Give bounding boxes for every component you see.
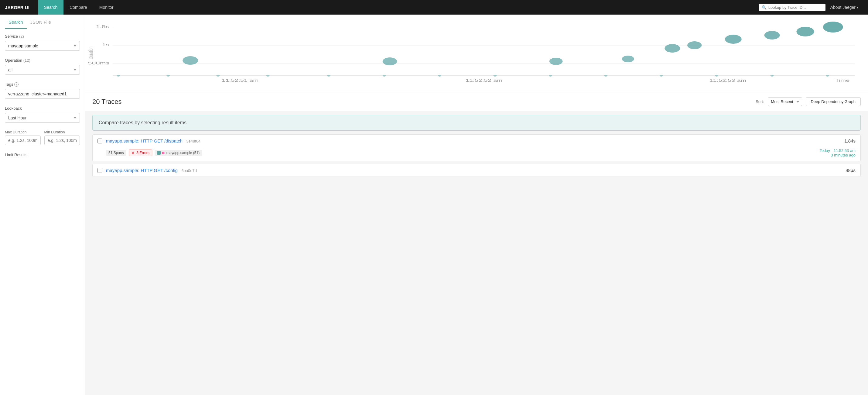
service-select[interactable]: mayapp.sample bbox=[5, 41, 80, 51]
min-duration-col: Min Duration bbox=[44, 130, 80, 145]
trace-id: 3e48f04 bbox=[186, 139, 200, 144]
time-clock: 11:52:53 am bbox=[834, 148, 856, 153]
tags-label: Tags ? bbox=[5, 82, 80, 87]
svg-text:Duration: Duration bbox=[87, 47, 94, 59]
svg-point-26 bbox=[826, 75, 829, 77]
svg-point-17 bbox=[327, 75, 331, 77]
limit-section: Limit Results bbox=[0, 148, 85, 162]
svg-point-32 bbox=[687, 41, 702, 49]
svg-point-36 bbox=[823, 22, 843, 32]
trace-checkbox[interactable] bbox=[97, 168, 102, 173]
svg-point-35 bbox=[796, 27, 814, 36]
lookback-section: Lookback Last Hour bbox=[0, 101, 85, 125]
service-badge: ⊗ mayapp.sample (51) bbox=[155, 150, 202, 156]
results-controls: Sort: Most Recent Deep Dependency Graph bbox=[756, 97, 861, 106]
main-layout: Search JSON File Service (2) mayapp.samp… bbox=[0, 14, 868, 395]
error-icon: ⊗ bbox=[131, 151, 134, 155]
svg-point-14 bbox=[166, 75, 170, 77]
max-duration-label: Max Duration bbox=[5, 130, 41, 134]
svg-point-27 bbox=[183, 56, 198, 65]
operation-section: Operation (12) all bbox=[0, 53, 85, 77]
nav-item-monitor[interactable]: Monitor bbox=[93, 0, 120, 14]
svg-point-15 bbox=[216, 75, 220, 77]
operation-label: Operation (12) bbox=[5, 58, 80, 63]
svg-point-25 bbox=[771, 75, 774, 77]
trace-title: mayapp.sample: HTTP GET /config 6ba0e7d bbox=[106, 168, 842, 173]
spans-badge: 51 Spans bbox=[106, 150, 126, 156]
nav-item-search[interactable]: Search bbox=[38, 0, 63, 14]
search-icon: 🔍 bbox=[762, 5, 767, 10]
svg-point-31 bbox=[664, 44, 680, 53]
service-label: Service (2) bbox=[5, 34, 80, 38]
tags-section: Tags ? bbox=[0, 77, 85, 101]
svg-point-20 bbox=[493, 75, 497, 77]
svg-text:11:52:52 am: 11:52:52 am bbox=[466, 79, 503, 83]
service-icon: ⊗ bbox=[162, 151, 165, 155]
svg-text:1s: 1s bbox=[102, 42, 109, 47]
service-name: mayapp.sample (51) bbox=[166, 151, 199, 155]
max-duration-col: Max Duration bbox=[5, 130, 41, 145]
svg-point-30 bbox=[622, 56, 634, 62]
trace-checkbox[interactable] bbox=[97, 139, 102, 144]
service-section: Service (2) mayapp.sample bbox=[0, 29, 85, 53]
trace-id-lookup[interactable]: 🔍 bbox=[759, 4, 826, 11]
trace-id-input[interactable] bbox=[768, 5, 823, 10]
trace-id: 6ba0e7d bbox=[181, 168, 197, 173]
scatter-chart-svg: 1.5s 1s 500ms Duration 11:52:51 am 11:52… bbox=[85, 20, 861, 86]
svg-text:Time: Time bbox=[835, 79, 850, 83]
tags-input[interactable] bbox=[5, 89, 80, 99]
top-navigation: JAEGER UI Search Compare Monitor 🔍 About… bbox=[0, 0, 868, 14]
compare-banner: Compare traces by selecting result items bbox=[92, 115, 861, 131]
time-when: Today bbox=[819, 148, 830, 153]
trace-duration: 1.84s bbox=[844, 138, 856, 144]
svg-point-19 bbox=[438, 75, 441, 77]
duration-section: Max Duration Min Duration bbox=[0, 125, 85, 148]
trace-item: mayapp.sample: HTTP GET /dispatch 3e48f0… bbox=[92, 134, 861, 161]
duration-row: Max Duration Min Duration bbox=[5, 130, 80, 145]
sort-select[interactable]: Most Recent bbox=[768, 97, 802, 106]
svg-point-28 bbox=[383, 57, 397, 65]
lookback-select[interactable]: Last Hour bbox=[5, 113, 80, 123]
brand-logo: JAEGER UI bbox=[5, 5, 35, 10]
sidebar-tabs: Search JSON File bbox=[0, 14, 85, 29]
trace-item-header[interactable]: mayapp.sample: HTTP GET /dispatch 3e48f0… bbox=[93, 134, 860, 147]
results-header: 20 Traces Sort: Most Recent Deep Depende… bbox=[85, 92, 868, 111]
limit-label: Limit Results bbox=[5, 153, 80, 157]
tags-help-icon[interactable]: ? bbox=[14, 82, 19, 87]
svg-text:500ms: 500ms bbox=[88, 61, 109, 65]
tab-json-file[interactable]: JSON File bbox=[27, 14, 55, 29]
deep-dependency-graph-button[interactable]: Deep Dependency Graph bbox=[806, 97, 861, 106]
svg-point-18 bbox=[383, 75, 386, 77]
trace-item-header[interactable]: mayapp.sample: HTTP GET /config 6ba0e7d … bbox=[93, 164, 860, 177]
max-duration-input[interactable] bbox=[5, 135, 41, 145]
min-duration-input[interactable] bbox=[44, 135, 80, 145]
errors-badge: ⊗ 3 Errors bbox=[129, 150, 152, 156]
time-ago: 3 minutes ago bbox=[819, 153, 856, 157]
trace-time-info: Today 11:52:53 am 3 minutes ago bbox=[819, 148, 856, 157]
nav-item-compare[interactable]: Compare bbox=[63, 0, 93, 14]
trace-title: mayapp.sample: HTTP GET /dispatch 3e48f0… bbox=[106, 138, 841, 144]
svg-text:11:52:53 am: 11:52:53 am bbox=[709, 79, 746, 83]
operation-select[interactable]: all bbox=[5, 65, 80, 75]
trace-item: mayapp.sample: HTTP GET /config 6ba0e7d … bbox=[92, 164, 861, 177]
svg-point-24 bbox=[715, 75, 718, 77]
trace-list: mayapp.sample: HTTP GET /dispatch 3e48f0… bbox=[85, 134, 868, 177]
svg-point-13 bbox=[117, 75, 120, 77]
svg-point-23 bbox=[660, 75, 663, 77]
chevron-down-icon: ▾ bbox=[857, 6, 858, 9]
svg-point-33 bbox=[725, 35, 742, 44]
min-duration-label: Min Duration bbox=[44, 130, 80, 134]
tab-search[interactable]: Search bbox=[5, 14, 27, 29]
trace-meta: 51 Spans ⊗ 3 Errors ⊗ mayapp.sample (51)… bbox=[93, 147, 860, 161]
lookback-label: Lookback bbox=[5, 106, 80, 111]
about-jaeger-menu[interactable]: About Jaeger ▾ bbox=[826, 5, 863, 10]
svg-point-16 bbox=[266, 75, 270, 77]
about-label: About Jaeger bbox=[830, 5, 856, 10]
svg-point-21 bbox=[549, 75, 552, 77]
service-color-dot bbox=[157, 151, 161, 155]
sort-label: Sort: bbox=[756, 99, 764, 104]
svg-point-22 bbox=[604, 75, 608, 77]
results-count: 20 Traces bbox=[92, 98, 122, 106]
scatter-chart-area: 1.5s 1s 500ms Duration 11:52:51 am 11:52… bbox=[85, 14, 868, 92]
trace-duration: 48μs bbox=[845, 168, 856, 173]
